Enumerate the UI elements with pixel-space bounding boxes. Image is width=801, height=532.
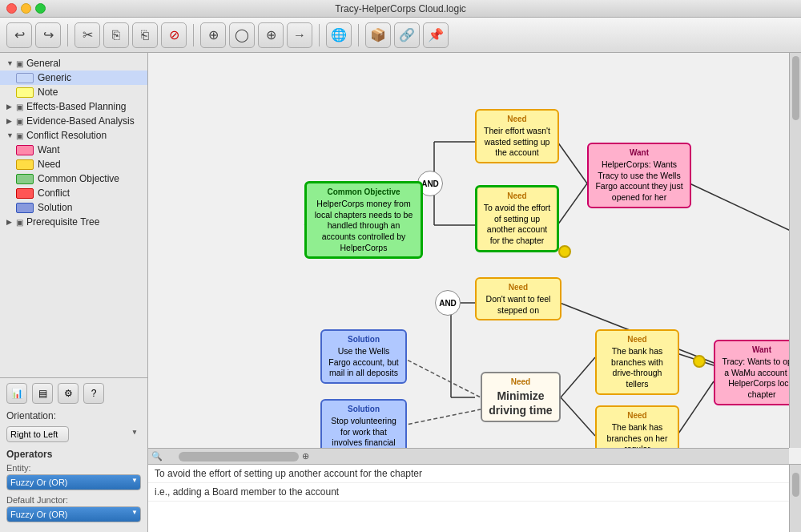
need3-label: Need: [481, 282, 555, 292]
sidebar-item-general[interactable]: ▼ ▣ General: [0, 56, 147, 71]
expand-conflict-icon: ▼: [6, 131, 14, 139]
solution1-node[interactable]: Solution Use the Wells Fargo account, bu…: [320, 329, 407, 384]
want1-node[interactable]: Want HelperCorps: Wants Tracy to use the…: [587, 143, 691, 208]
zoom-out-icon[interactable]: 🔍: [151, 451, 163, 461]
entity-select[interactable]: Fuzzy Or (OR) And Or: [6, 474, 141, 490]
canvas-container[interactable]: AND AND Common Objective HelperCorps mon…: [148, 53, 801, 464]
entity-row: Entity: Fuzzy Or (OR) And Or: [6, 463, 141, 490]
window-title: Tracy-HelperCorps Cloud.logic: [335, 3, 466, 14]
bottom-line-2: i.e., adding a Board member to the accou…: [148, 483, 801, 502]
delete-button[interactable]: ⊘: [161, 22, 187, 48]
sidebar-label-evidence: Evidence-Based Analysis: [26, 115, 135, 127]
want1-text: HelperCorps: Wants Tracy to use the Well…: [594, 159, 685, 204]
junctor-label: Default Junctor:: [6, 495, 141, 505]
orientation-row: Orientation:: [6, 410, 141, 421]
arrow-button[interactable]: →: [287, 22, 312, 48]
sidebar-item-conflict[interactable]: Conflict: [0, 186, 147, 200]
generic-swatch: [16, 73, 34, 83]
sidebar: ▼ ▣ General Generic Note ▶ ▣ Effects-Bas…: [0, 53, 148, 532]
bottom-scroll-thumb[interactable]: [792, 473, 799, 497]
entity-label: Entity:: [6, 463, 141, 473]
sidebar-item-common-obj[interactable]: Common Objective: [0, 171, 147, 186]
sidebar-icon-1[interactable]: 📊: [6, 383, 27, 404]
circle-button[interactable]: ◯: [229, 22, 255, 48]
export-button[interactable]: 📦: [365, 22, 391, 48]
need3-node[interactable]: Need Don't want to feel stepped on: [475, 277, 562, 320]
need5-node[interactable]: Need The bank has branches with drive-th…: [595, 329, 679, 395]
expand-evidence-icon: ▶: [6, 117, 14, 125]
canvas-horizontal-scrollbar[interactable]: 🔍 ⊕: [148, 448, 789, 464]
orientation-select[interactable]: Right to Left Left to Right Top to Botto…: [6, 426, 69, 442]
back-button[interactable]: ↩: [6, 22, 32, 48]
svg-line-14: [677, 353, 714, 365]
svg-line-8: [557, 183, 587, 225]
bottom-vertical-scrollbar[interactable]: [789, 465, 801, 532]
close-button[interactable]: [6, 3, 17, 14]
svg-line-7: [557, 142, 587, 183]
sidebar-item-prereq[interactable]: ▶ ▣ Prerequisite Tree: [0, 215, 147, 229]
pin-button[interactable]: 📌: [423, 22, 449, 48]
maximize-button[interactable]: [35, 3, 46, 14]
sidebar-item-evidence[interactable]: ▶ ▣ Evidence-Based Analysis: [0, 114, 147, 128]
solution1-label: Solution: [327, 334, 400, 345]
paste-button[interactable]: ⎗: [132, 22, 158, 48]
plus-button[interactable]: ⊕: [258, 22, 284, 48]
need5-text: The bank has branches with drive-through…: [602, 346, 673, 390]
need3-text: Don't want to feel stepped on: [481, 294, 555, 316]
sidebar-label-effects: Effects-Based Planning: [26, 101, 127, 112]
sidebar-item-want[interactable]: Want: [0, 143, 147, 157]
sidebar-item-conflict-res[interactable]: ▼ ▣ Conflict Resolution: [0, 128, 147, 143]
svg-line-12: [561, 357, 595, 397]
solution2-label: Solution: [327, 404, 400, 414]
sidebar-label-need: Need: [38, 159, 61, 170]
toolbar-separator-1: [67, 24, 68, 46]
need4-node[interactable]: Need Minimize driving time: [481, 372, 561, 422]
add-button[interactable]: ⊕: [200, 22, 226, 48]
conflict-swatch: [16, 188, 34, 199]
operators-title: Operators: [6, 449, 141, 460]
link-button[interactable]: 🔗: [394, 22, 420, 48]
sidebar-label-want: Want: [38, 144, 60, 155]
sidebar-icon-row: 📊 ▤ ⚙ ?: [6, 383, 141, 404]
copy-button[interactable]: ⎘: [103, 22, 129, 48]
svg-point-18: [559, 246, 570, 257]
sidebar-icon-3[interactable]: ⚙: [58, 383, 78, 404]
common-obj-text: HelperCorps money from local chapters ne…: [312, 199, 416, 253]
sidebar-icon-4[interactable]: ?: [83, 383, 104, 404]
horizontal-scroll-thumb[interactable]: [179, 452, 299, 461]
cut-button[interactable]: ✂: [74, 22, 100, 48]
sidebar-item-note[interactable]: Note: [0, 85, 147, 99]
need4-label: Need: [487, 377, 554, 387]
sidebar-label-common-obj: Common Objective: [38, 173, 119, 184]
sidebar-item-effects[interactable]: ▶ ▣ Effects-Based Planning: [0, 99, 147, 114]
svg-line-15: [677, 381, 714, 436]
need2-node[interactable]: Need To avoid the effort of setting up a…: [475, 185, 559, 252]
need5-label: Need: [602, 334, 673, 345]
junctor-select[interactable]: Fuzzy Or (OR) And Or: [6, 506, 141, 522]
junctor-row: Default Junctor: Fuzzy Or (OR) And Or: [6, 495, 141, 522]
expand-effects-icon: ▶: [6, 103, 14, 111]
vertical-scroll-thumb[interactable]: [792, 56, 799, 120]
sidebar-label-solution: Solution: [38, 202, 72, 213]
orientation-select-container: Right to Left Left to Right Top to Botto…: [6, 426, 141, 442]
and-junction-2: AND: [435, 290, 461, 316]
svg-line-17: [402, 409, 481, 425]
zoom-in-icon[interactable]: ⊕: [302, 451, 309, 461]
expand-icon: ▼: [6, 59, 14, 67]
sidebar-item-generic[interactable]: Generic: [0, 71, 147, 85]
sidebar-item-solution[interactable]: Solution: [0, 200, 147, 215]
need1-node[interactable]: Need Their effort wasn't wasted setting …: [475, 109, 559, 163]
globe-button[interactable]: 🌐: [326, 22, 352, 48]
forward-button[interactable]: ↪: [35, 22, 61, 48]
entity-select-wrapper: Fuzzy Or (OR) And Or: [6, 474, 141, 490]
common-objective-node[interactable]: Common Objective HelperCorps money from …: [304, 181, 423, 259]
traffic-lights: [6, 3, 46, 14]
toolbar: ↩ ↪ ✂ ⎘ ⎗ ⊘ ⊕ ◯ ⊕ → 🌐 📦 🔗 📌: [0, 18, 801, 53]
minimize-button[interactable]: [21, 3, 31, 14]
folder-effects-icon: ▣: [16, 103, 23, 111]
sidebar-bottom: 📊 ▤ ⚙ ? Orientation: Right to Left Left …: [0, 377, 147, 532]
sidebar-icon-2[interactable]: ▤: [32, 383, 53, 404]
want2-node[interactable]: Want Tracy: Wants to open a WaMu account…: [714, 340, 801, 405]
canvas-vertical-scrollbar[interactable]: [789, 53, 801, 448]
sidebar-item-need[interactable]: Need: [0, 157, 147, 171]
